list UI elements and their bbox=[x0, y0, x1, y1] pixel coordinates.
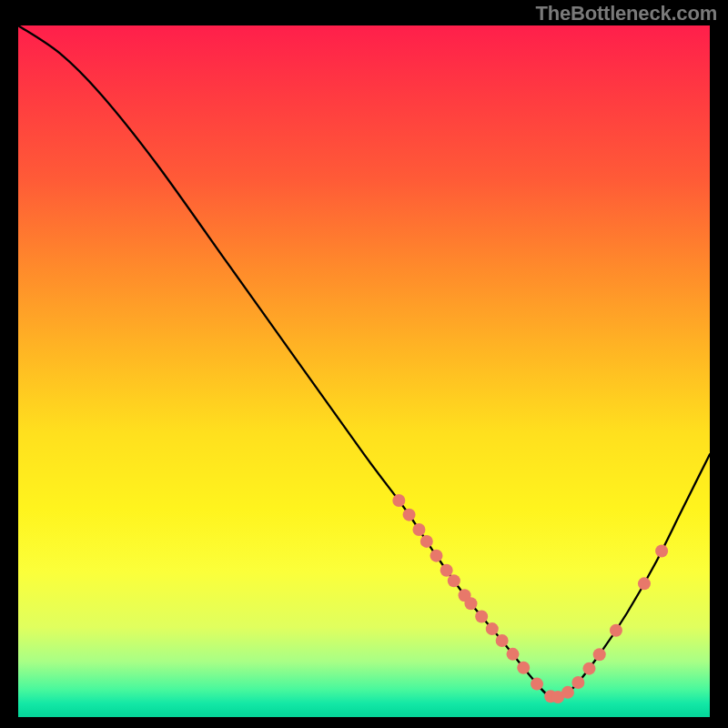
highlight-dot bbox=[440, 564, 453, 577]
watermark-label: TheBottleneck.com bbox=[535, 2, 717, 25]
highlight-dot bbox=[403, 509, 416, 521]
highlight-dot bbox=[392, 494, 405, 507]
highlight-dot bbox=[464, 597, 477, 610]
highlight-dot bbox=[448, 574, 460, 587]
chart-container: TheBottleneck.com bbox=[0, 0, 728, 728]
highlight-dot bbox=[638, 577, 651, 590]
highlight-dot bbox=[517, 662, 530, 674]
highlight-dot bbox=[571, 676, 584, 689]
highlight-dot bbox=[420, 535, 433, 548]
highlight-dot bbox=[582, 662, 595, 675]
highlight-dot bbox=[496, 634, 509, 647]
highlight-dot bbox=[475, 610, 488, 622]
highlight-dot bbox=[507, 648, 520, 661]
highlight-dot bbox=[610, 624, 622, 637]
highlight-dot bbox=[430, 550, 442, 562]
highlight-dot bbox=[655, 545, 668, 558]
highlight-dot bbox=[412, 523, 425, 536]
plot-area bbox=[18, 25, 710, 717]
highlight-dot bbox=[561, 686, 574, 699]
highlight-points bbox=[18, 25, 710, 717]
highlight-dot bbox=[531, 678, 543, 691]
highlight-dot bbox=[486, 622, 499, 635]
highlight-dot bbox=[593, 648, 606, 661]
